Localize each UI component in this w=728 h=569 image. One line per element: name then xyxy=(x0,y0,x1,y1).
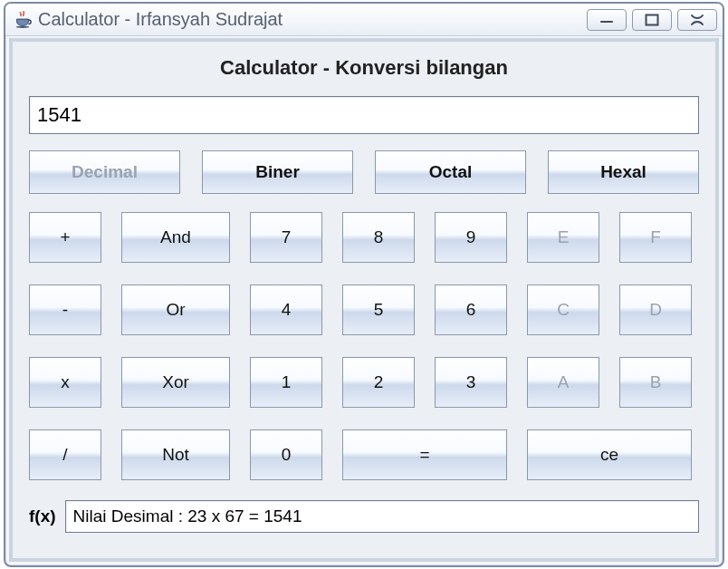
application-window: Calculator - Irfansyah Sudrajat Calculat… xyxy=(4,2,724,567)
minimize-icon xyxy=(599,14,615,25)
digit-2-button[interactable]: 2 xyxy=(342,357,415,408)
maximize-button[interactable] xyxy=(632,9,672,31)
not-button[interactable]: Not xyxy=(121,429,230,480)
digit-9-button[interactable]: 9 xyxy=(435,212,507,263)
maximize-icon xyxy=(645,14,659,26)
digit-1-button[interactable]: 1 xyxy=(250,357,322,408)
titlebar: Calculator - Irfansyah Sudrajat xyxy=(5,4,723,36)
multiply-button[interactable]: x xyxy=(29,357,101,408)
hex-f-button: F xyxy=(619,212,692,263)
equals-button[interactable]: = xyxy=(342,429,507,480)
biner-button[interactable]: Biner xyxy=(202,150,353,194)
window-controls xyxy=(587,9,717,31)
clear-button[interactable]: ce xyxy=(527,429,692,480)
digit-7-button[interactable]: 7 xyxy=(250,212,322,263)
digit-8-button[interactable]: 8 xyxy=(342,212,415,263)
base-buttons-row: Decimal Biner Octal Hexal xyxy=(29,150,699,194)
hex-a-button: A xyxy=(527,357,599,408)
result-output[interactable] xyxy=(65,500,699,533)
digit-6-button[interactable]: 6 xyxy=(435,284,507,335)
display-input[interactable] xyxy=(29,96,699,134)
footer-row: f(x) xyxy=(29,500,699,533)
plus-button[interactable]: + xyxy=(29,212,101,263)
keypad: + And 7 8 9 E F - Or 4 5 6 C D x Xor 1 2… xyxy=(29,212,699,480)
decimal-button: Decimal xyxy=(29,150,180,194)
hex-c-button: C xyxy=(527,284,599,335)
hex-d-button: D xyxy=(619,284,692,335)
octal-button[interactable]: Octal xyxy=(375,150,526,194)
close-button[interactable] xyxy=(677,9,717,31)
svg-rect-2 xyxy=(647,14,658,24)
divide-button[interactable]: / xyxy=(29,429,101,480)
hex-b-button: B xyxy=(619,357,692,408)
close-icon xyxy=(689,14,705,26)
digit-4-button[interactable]: 4 xyxy=(250,284,322,335)
or-button[interactable]: Or xyxy=(121,284,230,335)
svg-point-0 xyxy=(16,25,30,27)
digit-0-button[interactable]: 0 xyxy=(250,429,322,480)
digit-5-button[interactable]: 5 xyxy=(342,284,415,335)
svg-rect-1 xyxy=(600,21,613,23)
client-area: Calculator - Konversi bilangan Decimal B… xyxy=(9,38,719,562)
java-cup-icon xyxy=(13,10,33,30)
window-title: Calculator - Irfansyah Sudrajat xyxy=(38,9,587,30)
hexal-button[interactable]: Hexal xyxy=(548,150,699,194)
page-title: Calculator - Konversi bilangan xyxy=(29,56,699,80)
minus-button[interactable]: - xyxy=(29,284,101,335)
hex-e-button: E xyxy=(527,212,599,263)
digit-3-button[interactable]: 3 xyxy=(435,357,507,408)
xor-button[interactable]: Xor xyxy=(121,357,230,408)
minimize-button[interactable] xyxy=(587,9,627,31)
and-button[interactable]: And xyxy=(121,212,230,263)
fx-label: f(x) xyxy=(29,506,56,526)
